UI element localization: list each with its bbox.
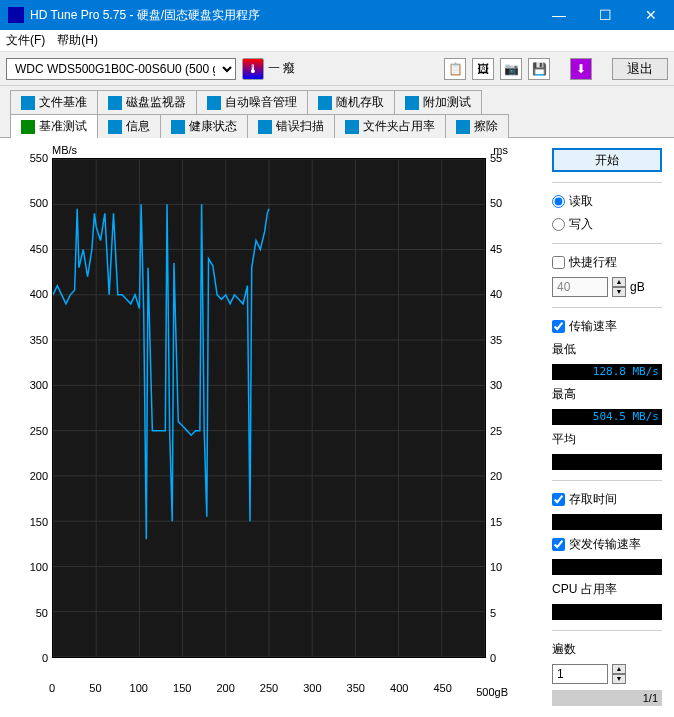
tab-random-access-label: 随机存取 [336,94,384,111]
short-stroke-spinner[interactable]: ▲▼ [612,277,626,297]
tab-folder-usage-icon [345,120,359,134]
tab-folder-usage[interactable]: 文件夹占用率 [334,114,446,138]
cpu-value [552,604,662,620]
tab-file-benchmark-icon [21,96,35,110]
options-icon[interactable]: ⬇ [570,58,592,80]
title-bar: HD Tune Pro 5.75 - 硬盘/固态硬盘实用程序 — ☐ ✕ [0,0,674,30]
close-button[interactable]: ✕ [628,0,674,30]
short-stroke-checkbox[interactable]: 快捷行程 [552,254,662,271]
tab-aam-icon [207,96,221,110]
tab-extra-tests[interactable]: 附加测试 [394,90,482,114]
exit-button[interactable]: 退出 [612,58,668,80]
tab-info-icon [108,120,122,134]
camera-icon[interactable]: 📷 [500,58,522,80]
minimize-button[interactable]: — [536,0,582,30]
passes-spinner[interactable]: ▲▼ [612,664,626,684]
tab-random-access-icon [318,96,332,110]
min-value: 128.8 MB/s [552,364,662,380]
short-stroke-value[interactable] [552,277,608,297]
tab-info[interactable]: 信息 [97,114,161,138]
avg-value [552,454,662,470]
write-radio[interactable]: 写入 [552,216,662,233]
benchmark-chart [52,158,486,658]
tab-health-icon [171,120,185,134]
read-radio[interactable]: 读取 [552,193,662,210]
burst-rate-checkbox[interactable]: 突发传输速率 [552,536,662,553]
tab-disk-monitor-icon [108,96,122,110]
burst-rate-value [552,559,662,575]
tabs-container: 文件基准磁盘监视器自动噪音管理随机存取附加测试 基准测试信息健康状态错误扫描文件… [0,86,674,138]
avg-label: 平均 [552,431,662,448]
tab-error-scan-label: 错误扫描 [276,118,324,135]
max-value: 504.5 MB/s [552,409,662,425]
transfer-rate-checkbox[interactable]: 传输速率 [552,318,662,335]
tab-info-label: 信息 [126,118,150,135]
x-axis-end-label: 500gB [476,686,508,698]
side-panel: 开始 读取 写入 快捷行程 ▲▼ gB 传输速率 最低 128.8 MB/s 最… [552,148,662,708]
window-title: HD Tune Pro 5.75 - 硬盘/固态硬盘实用程序 [30,7,536,24]
tab-folder-usage-label: 文件夹占用率 [363,118,435,135]
tab-benchmark-label: 基准测试 [39,118,87,135]
x-axis: 050100150200250300350400450 [52,682,486,698]
passes-value[interactable] [552,664,608,684]
tab-health-label: 健康状态 [189,118,237,135]
tab-file-benchmark-label: 文件基准 [39,94,87,111]
app-icon [8,7,24,23]
cpu-label: CPU 占用率 [552,581,662,598]
menu-bar: 文件(F) 帮助(H) [0,30,674,52]
page-indicator: 1/1 [552,690,662,706]
copy-icon[interactable]: 📋 [444,58,466,80]
tab-benchmark[interactable]: 基准测试 [10,114,98,138]
access-time-checkbox[interactable]: 存取时间 [552,491,662,508]
tab-aam[interactable]: 自动噪音管理 [196,90,308,114]
tab-aam-label: 自动噪音管理 [225,94,297,111]
tab-extra-tests-label: 附加测试 [423,94,471,111]
tab-erase-label: 擦除 [474,118,498,135]
stroke-unit: gB [630,280,645,294]
tab-disk-monitor[interactable]: 磁盘监视器 [97,90,197,114]
tab-disk-monitor-label: 磁盘监视器 [126,94,186,111]
tab-random-access[interactable]: 随机存取 [307,90,395,114]
start-button[interactable]: 开始 [552,148,662,172]
tab-benchmark-icon [21,120,35,134]
tab-error-scan[interactable]: 错误扫描 [247,114,335,138]
menu-help[interactable]: 帮助(H) [57,32,98,49]
tab-error-scan-icon [258,120,272,134]
temperature-value: 一 癈 [268,60,295,77]
toolbar: WDC WDS500G1B0C-00S6U0 (500 gB) 🌡 一 癈 📋 … [0,52,674,86]
access-time-value [552,514,662,530]
save-icon[interactable]: 💾 [528,58,550,80]
content-area: MB/s ms 05010015020025030035040045050055… [0,137,674,717]
drive-select[interactable]: WDC WDS500G1B0C-00S6U0 (500 gB) [6,58,236,80]
chart-area: MB/s ms 05010015020025030035040045050055… [12,148,538,708]
y-axis-label: MB/s [52,144,77,156]
tab-extra-tests-icon [405,96,419,110]
thermometer-icon: 🌡 [242,58,264,80]
min-label: 最低 [552,341,662,358]
maximize-button[interactable]: ☐ [582,0,628,30]
menu-file[interactable]: 文件(F) [6,32,45,49]
tab-file-benchmark[interactable]: 文件基准 [10,90,98,114]
tab-erase[interactable]: 擦除 [445,114,509,138]
passes-label: 遍数 [552,641,662,658]
y2-axis: 0510152025303540455055 [488,148,512,668]
max-label: 最高 [552,386,662,403]
tab-health[interactable]: 健康状态 [160,114,248,138]
y-axis: 050100150200250300350400450500550 [12,148,50,668]
screenshot-icon[interactable]: 🖼 [472,58,494,80]
tab-erase-icon [456,120,470,134]
